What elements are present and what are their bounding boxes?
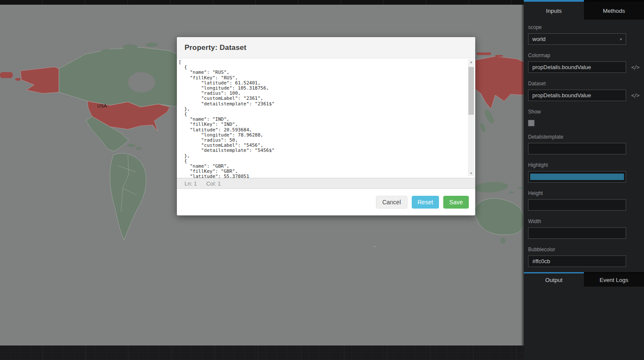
dataset-input[interactable] bbox=[528, 90, 626, 101]
field-bubblecolor: Bubblecolor bbox=[528, 247, 640, 267]
colormap-input[interactable] bbox=[528, 61, 626, 73]
country-tasmania bbox=[500, 238, 505, 244]
tab-output[interactable]: Output bbox=[524, 272, 584, 287]
height-input[interactable] bbox=[528, 199, 626, 211]
small-island bbox=[509, 192, 514, 194]
output-eventlogs-tabbar: Output Event Logs bbox=[524, 272, 644, 287]
inputs-form: scope world ▾ Colormap </> Dataset </> bbox=[524, 20, 644, 272]
field-scope: scope world ▾ bbox=[528, 24, 640, 45]
bottom-grid-bar bbox=[0, 345, 524, 360]
show-checkbox[interactable] bbox=[528, 120, 534, 126]
scroll-down-icon[interactable]: ▼ bbox=[468, 171, 474, 176]
inputs-methods-tabbar: Inputs Methods bbox=[524, 0, 644, 20]
bubblecolor-input[interactable] bbox=[528, 255, 626, 267]
highlight-label: Highlight bbox=[528, 162, 640, 168]
highlight-input[interactable] bbox=[528, 171, 626, 183]
country-new-guinea bbox=[474, 181, 508, 194]
show-label: Show bbox=[528, 109, 640, 115]
country-japan bbox=[479, 122, 487, 133]
scope-label: scope bbox=[528, 24, 640, 30]
modal-header: Property: Dataset bbox=[177, 37, 475, 58]
scope-select[interactable]: world ▾ bbox=[528, 33, 626, 45]
detailstemplate-label: Detailstemplate bbox=[528, 134, 640, 140]
country-alaska bbox=[20, 67, 59, 93]
caribbean-island bbox=[127, 144, 135, 147]
arctic-island-ru bbox=[495, 55, 503, 57]
scroll-up-icon[interactable]: ▲ bbox=[468, 59, 474, 65]
scope-select-value: world bbox=[532, 36, 546, 42]
field-highlight: Highlight bbox=[528, 162, 640, 183]
width-label: Width bbox=[528, 218, 640, 224]
editor-content[interactable]: [ { "name": "RUS", "fillKey": "RUS", "la… bbox=[177, 58, 475, 178]
usa-map-label: USA bbox=[97, 103, 107, 108]
tab-event-logs[interactable]: Event Logs bbox=[584, 272, 644, 287]
detailstemplate-input[interactable] bbox=[528, 143, 626, 154]
field-detailstemplate: Detailstemplate bbox=[528, 134, 640, 154]
aleutian-islands bbox=[15, 78, 20, 81]
country-south-america bbox=[110, 153, 146, 240]
code-editor[interactable]: [ { "name": "RUS", "fillKey": "RUS", "la… bbox=[177, 58, 475, 178]
arctic-island bbox=[101, 49, 114, 54]
field-width: Width bbox=[528, 218, 640, 239]
tab-methods[interactable]: Methods bbox=[584, 0, 644, 20]
caribbean-island bbox=[136, 147, 142, 150]
width-input[interactable] bbox=[528, 227, 626, 239]
line-indicator: Ln: 1 bbox=[185, 180, 197, 187]
output-panel: Output Event Logs There are no outbound … bbox=[524, 272, 644, 360]
hudson-bay bbox=[128, 72, 155, 93]
code-binding-icon[interactable]: </> bbox=[631, 93, 639, 99]
country-canada bbox=[59, 47, 179, 107]
editor-statusbar: Ln: 1 Col: 1 bbox=[177, 178, 475, 189]
chevron-down-icon: ▾ bbox=[620, 37, 622, 41]
col-indicator: Col: 1 bbox=[206, 180, 221, 187]
canvas-edge-shadow bbox=[521, 5, 524, 345]
country-japan bbox=[483, 108, 495, 125]
top-ruler bbox=[0, 0, 524, 5]
editor-scrollbar[interactable]: ▲ ▼ bbox=[468, 59, 474, 176]
arctic-island-ru bbox=[477, 52, 491, 55]
arctic-island bbox=[122, 44, 138, 49]
bubblecolor-label: Bubblecolor bbox=[528, 247, 640, 253]
modal-footer: Cancel Reset Save bbox=[177, 189, 475, 215]
field-show: Show bbox=[528, 109, 640, 126]
properties-sidebar: Inputs Methods scope world ▾ Colormap </… bbox=[524, 0, 644, 360]
field-height: Height bbox=[528, 190, 640, 211]
save-button[interactable]: Save bbox=[443, 196, 469, 209]
field-colormap: Colormap </> bbox=[528, 52, 640, 73]
height-label: Height bbox=[528, 190, 640, 196]
dataset-label: Dataset bbox=[528, 81, 640, 87]
country-russia bbox=[475, 56, 524, 109]
scrollbar-thumb[interactable] bbox=[468, 67, 474, 115]
small-island bbox=[373, 246, 377, 247]
reset-button[interactable]: Reset bbox=[412, 196, 439, 209]
country-australia bbox=[475, 198, 524, 235]
colormap-label: Colormap bbox=[528, 52, 640, 58]
property-dataset-modal: Property: Dataset [ { "name": "RUS", "fi… bbox=[177, 37, 475, 215]
arctic-island bbox=[146, 43, 158, 47]
tab-inputs[interactable]: Inputs bbox=[524, 0, 584, 20]
modal-title: Property: Dataset bbox=[185, 44, 246, 52]
aleutian-islands bbox=[0, 72, 13, 78]
field-dataset: Dataset </> bbox=[528, 81, 640, 101]
highlight-color-swatch bbox=[530, 174, 624, 180]
cancel-button[interactable]: Cancel bbox=[376, 196, 407, 209]
app-stage: USA bbox=[0, 0, 644, 360]
code-binding-icon[interactable]: </> bbox=[631, 64, 639, 70]
